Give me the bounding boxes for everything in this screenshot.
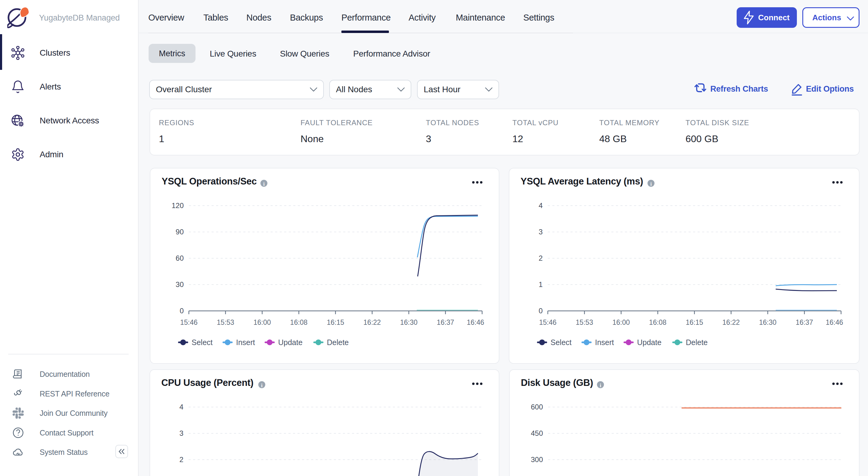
svg-text:15:53: 15:53: [576, 318, 593, 326]
svg-text:i: i: [650, 181, 652, 187]
svg-text:Insert: Insert: [236, 338, 255, 347]
svg-text:15:53: 15:53: [217, 318, 234, 326]
svg-text:16:08: 16:08: [649, 318, 667, 326]
svg-text:Delete: Delete: [686, 338, 708, 347]
svg-text:16:15: 16:15: [327, 318, 344, 326]
svg-text:2: 2: [539, 254, 542, 262]
svg-text:16:37: 16:37: [796, 318, 813, 326]
svg-text:i: i: [600, 382, 601, 388]
svg-text:2: 2: [180, 455, 183, 464]
svg-text:16:30: 16:30: [759, 318, 777, 326]
svg-text:16:46: 16:46: [826, 318, 843, 326]
svg-text:450: 450: [531, 429, 543, 437]
svg-text:Update: Update: [637, 338, 661, 347]
svg-text:16:46: 16:46: [467, 318, 484, 326]
svg-text:3: 3: [539, 228, 542, 236]
svg-text:16:22: 16:22: [722, 318, 740, 326]
svg-text:16:30: 16:30: [400, 318, 417, 326]
svg-text:600: 600: [531, 403, 543, 411]
svg-text:1: 1: [539, 280, 542, 288]
svg-text:16:00: 16:00: [253, 318, 271, 326]
svg-text:300: 300: [531, 455, 543, 464]
svg-text:16:00: 16:00: [612, 318, 630, 326]
svg-text:16:15: 16:15: [686, 318, 703, 326]
svg-text:0: 0: [539, 307, 542, 315]
svg-text:Select: Select: [551, 338, 572, 347]
svg-text:90: 90: [176, 228, 184, 236]
svg-text:30: 30: [176, 280, 184, 288]
svg-text:i: i: [261, 382, 263, 388]
svg-text:4: 4: [180, 403, 183, 411]
svg-text:Update: Update: [278, 338, 303, 347]
svg-text:Select: Select: [192, 338, 213, 347]
svg-text:Delete: Delete: [327, 338, 349, 347]
svg-text:3: 3: [180, 429, 183, 437]
svg-text:16:08: 16:08: [290, 318, 308, 326]
svg-text:15:46: 15:46: [180, 318, 198, 326]
svg-text:i: i: [263, 181, 265, 187]
svg-text:4: 4: [539, 201, 542, 210]
svg-text:16:37: 16:37: [437, 318, 454, 326]
svg-text:60: 60: [176, 254, 184, 262]
svg-text:0: 0: [180, 307, 184, 315]
svg-text:Insert: Insert: [595, 338, 614, 347]
svg-text:16:22: 16:22: [364, 318, 381, 326]
svg-text:15:46: 15:46: [539, 318, 557, 326]
svg-text:120: 120: [172, 201, 184, 210]
